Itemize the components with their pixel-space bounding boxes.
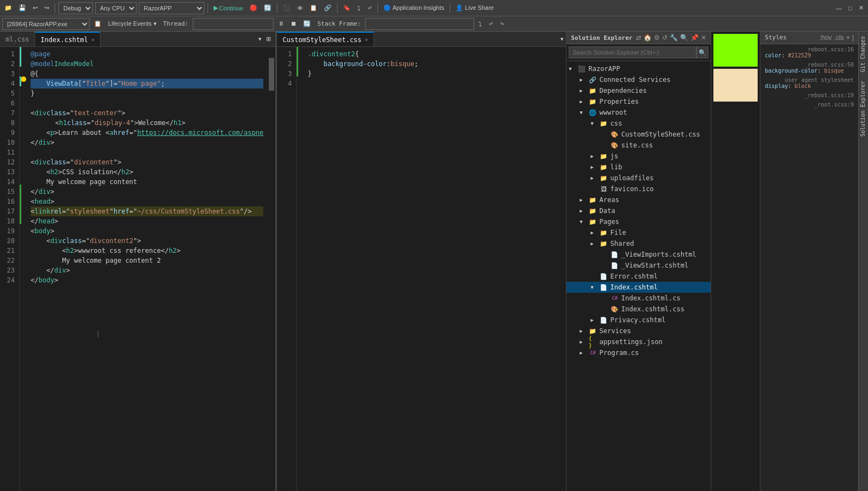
- toolbar-redo-btn[interactable]: ↪: [42, 3, 51, 13]
- continue-btn[interactable]: ▶ Continue: [211, 3, 245, 13]
- sol-home-btn[interactable]: 🏠: [643, 34, 652, 42]
- sol-refresh-btn[interactable]: ↺: [662, 34, 668, 42]
- code-line-24: </body>: [31, 275, 263, 285]
- tree-item-areas[interactable]: ▶ 📁 Areas: [566, 194, 711, 205]
- lifecycle-btn[interactable]: Lifecycle Events ▾: [106, 19, 159, 28]
- toolbar-save-btn[interactable]: 💾: [16, 3, 28, 13]
- tree-item-uploadfiles[interactable]: ▶ 📁 uploadfiles: [566, 173, 711, 184]
- debug-mode-select[interactable]: Debug: [58, 2, 93, 14]
- sol-close-btn[interactable]: ✕: [701, 34, 706, 42]
- tree-item-file[interactable]: ▶ 📁 File: [566, 227, 711, 238]
- toolbar-file-btn[interactable]: 📁: [2, 3, 14, 13]
- tab-custom-css-close[interactable]: ✕: [365, 37, 368, 43]
- code-line-4: ViewData["Title"] = "Home page";: [31, 79, 263, 88]
- minimize-btn[interactable]: —: [834, 4, 844, 13]
- app-select[interactable]: RazorAPP: [139, 2, 204, 14]
- tree-item-razorapp[interactable]: ▼ ⬛ RazorAPP: [566, 63, 711, 74]
- tree-item-shared[interactable]: ▶ 📁 Shared: [566, 238, 711, 249]
- label-privacy: Privacy.cshtml: [610, 316, 665, 324]
- sol-filter-btn[interactable]: ⚙: [654, 34, 660, 42]
- styles-hov-btn[interactable]: :hov: [819, 34, 832, 42]
- label-dependencies: Dependencies: [599, 87, 647, 94]
- tree-item-index-cs[interactable]: ▶ C# Index.cshtml.cs: [566, 293, 711, 304]
- label-error: Error.cshtml: [610, 273, 658, 280]
- label-index-css: Index.cshtml.css: [621, 305, 684, 313]
- arrow-data: ▶: [580, 208, 588, 214]
- maximize-btn[interactable]: □: [846, 4, 854, 13]
- right-scrollbar[interactable]: [558, 47, 566, 491]
- styles-cls-btn[interactable]: .cls: [834, 34, 844, 42]
- tree-item-program[interactable]: ▶ C# Program.cs: [566, 347, 711, 358]
- tree-item-favicon[interactable]: ▶ 🖼 favicon.ico: [566, 184, 711, 194]
- tree-item-error[interactable]: ▶ 📄 Error.cshtml: [566, 271, 711, 282]
- process-select[interactable]: [26964] RazorAPP.exe: [2, 18, 90, 30]
- tree-item-css[interactable]: ▼ 📁 css: [566, 118, 711, 129]
- sol-expand-btn[interactable]: 🔍: [680, 34, 688, 42]
- tab-index-cshtml[interactable]: Index.cshtml ✕: [35, 32, 101, 46]
- stack-frame-input[interactable]: [365, 18, 474, 30]
- thread-input[interactable]: [193, 18, 274, 30]
- left-scrollbar[interactable]: [268, 47, 275, 491]
- step-over-btn[interactable]: ⤵: [355, 4, 363, 13]
- threads-btn[interactable]: 🔗: [322, 3, 334, 13]
- app-insights-btn[interactable]: 🔵 Application Insights: [381, 3, 446, 13]
- close-window-btn[interactable]: ✕: [857, 3, 866, 13]
- step-over2-btn[interactable]: ⤵: [476, 20, 484, 28]
- label-viewstart: _ViewStart.cshtml: [621, 262, 688, 269]
- icon-appsettings: { }: [588, 338, 597, 346]
- tree-item-index-css[interactable]: ▶ 🎨 Index.cshtml.css: [566, 304, 711, 315]
- tree-item-privacy[interactable]: ▶ 📄 Privacy.cshtml: [566, 315, 711, 326]
- left-editor-code[interactable]: @page @model IndexModel @{ ViewData["Tit…: [26, 47, 268, 491]
- refresh-btn[interactable]: 🔴: [247, 3, 259, 13]
- step-out-btn[interactable]: ⤷: [498, 19, 507, 28]
- tab-expand-btn[interactable]: ⊞: [264, 34, 273, 44]
- styles-add-btn[interactable]: +: [846, 34, 850, 42]
- toolbar-undo-btn[interactable]: ↩: [31, 3, 40, 13]
- toolbar-divider3: [277, 3, 277, 13]
- styles-rules-list: _reboot.scss:16 color: #212529 _reboot.s…: [760, 44, 858, 491]
- tab-overflow-btn[interactable]: ▾: [256, 34, 264, 44]
- tree-item-wwwroot[interactable]: ▼ 🌐 wwwroot: [566, 107, 711, 118]
- tree-item-viewstart[interactable]: ▶ 📄 _ViewStart.cshtml: [566, 260, 711, 271]
- bookmark-btn[interactable]: 🔖: [341, 3, 353, 13]
- tab-index-close-btn[interactable]: ✕: [91, 37, 95, 43]
- tree-item-viewimports[interactable]: ▶ 📄 _ViewImports.cshtml: [566, 249, 711, 260]
- cpu-select[interactable]: Any CPU: [95, 2, 137, 14]
- vertical-tab-git[interactable]: Git Changes: [859, 32, 868, 76]
- tab-custom-css[interactable]: CustomStyleSheet.css ✕: [277, 32, 374, 46]
- solution-search-btn[interactable]: 🔍: [696, 46, 708, 58]
- right-change-indicator1: [297, 47, 298, 57]
- callstack-btn[interactable]: 📋: [308, 3, 320, 13]
- tree-item-connected-services[interactable]: ▶ 🔗 Connected Services: [566, 74, 711, 85]
- tree-item-js[interactable]: ▶ 📁 js: [566, 151, 711, 162]
- scroll-thumb[interactable]: [269, 58, 274, 91]
- label-customstylesheet: CustomStyleSheet.css: [621, 131, 700, 138]
- tree-item-dependencies[interactable]: ▶ 📁 Dependencies: [566, 85, 711, 96]
- tree-item-pages[interactable]: ▼ 📁 Pages: [566, 216, 711, 227]
- code-empty-space[interactable]: |: [31, 285, 263, 449]
- sol-pin-btn[interactable]: 📌: [690, 34, 699, 42]
- tree-item-data[interactable]: ▶ 📁 Data: [566, 205, 711, 216]
- code-line-16: <head>: [31, 197, 263, 206]
- change-indicator4: [20, 185, 21, 194]
- step-in-btn[interactable]: ⤶: [365, 3, 374, 13]
- watch-btn[interactable]: 👁: [295, 4, 305, 13]
- tree-item-lib[interactable]: ▶ 📁 lib: [566, 162, 711, 173]
- sol-settings-btn[interactable]: 🔧: [670, 34, 678, 42]
- tree-item-properties[interactable]: ▶ 📁 Properties: [566, 96, 711, 107]
- reload-btn[interactable]: 🔄: [262, 3, 274, 13]
- vertical-tab-solution[interactable]: Solution Explorer: [859, 76, 868, 141]
- breakpoints-btn[interactable]: ⬛: [281, 3, 293, 13]
- step-into-btn[interactable]: ⤶: [486, 19, 495, 28]
- tree-item-appsettings[interactable]: ▶ { } appsettings.json: [566, 336, 711, 347]
- tree-item-index-cshtml[interactable]: ▼ 📄 Index.cshtml: [566, 282, 711, 293]
- tree-item-site-css[interactable]: ▶ 🎨 site.css: [566, 140, 711, 151]
- right-tab-overflow-btn[interactable]: ▾: [558, 32, 566, 46]
- live-share-btn[interactable]: 👤 Live Share: [453, 3, 496, 13]
- sol-sync-btn[interactable]: ⇄: [636, 34, 641, 42]
- label-file: File: [610, 229, 626, 236]
- right-editor-code[interactable]: .divcontent2 { background-color: bisque;…: [303, 47, 558, 491]
- tree-item-customstylesheet[interactable]: ▶ 🎨 CustomStyleSheet.css: [566, 129, 711, 140]
- tab-ml-css[interactable]: ml.css: [0, 32, 35, 46]
- solution-search-input[interactable]: [569, 46, 696, 58]
